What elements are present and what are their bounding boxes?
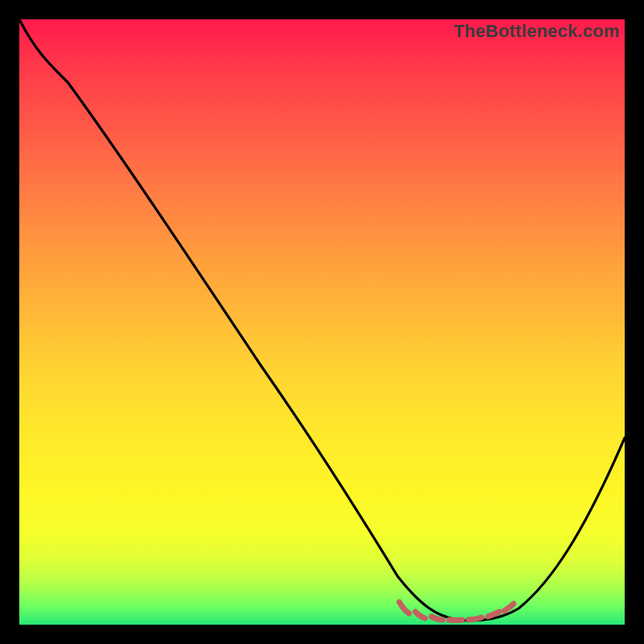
bottleneck-chart [19,19,625,625]
chart-frame: TheBottleneck.com [19,19,625,625]
bottleneck-curve-path [19,19,625,621]
